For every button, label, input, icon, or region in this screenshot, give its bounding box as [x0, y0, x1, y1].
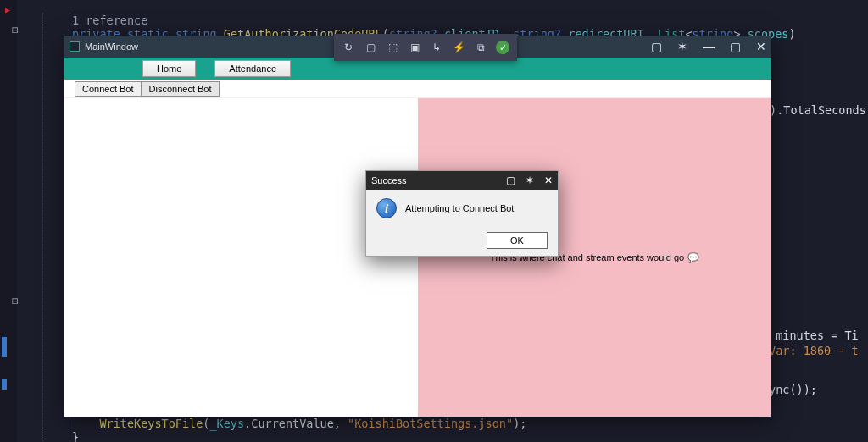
chat-icon: 💬 [687, 252, 699, 263]
pin-icon[interactable]: ✶ [677, 40, 687, 53]
dialog-title: Success [371, 175, 407, 185]
fold-toggle[interactable]: ⊟ [12, 295, 19, 308]
app-title-icon[interactable]: ▢ [651, 40, 662, 53]
debug-toolbar[interactable]: ↻ ▢ ⬚ ▣ ↳ ⚡ ⧉ ✓ [334, 34, 517, 61]
connect-bot-button[interactable]: Connect Bot [75, 81, 142, 97]
close-icon[interactable]: ✕ [756, 40, 766, 53]
ok-button[interactable]: OK [487, 232, 548, 249]
debug-cycle-icon[interactable]: ↻ [342, 41, 355, 54]
minimize-icon[interactable]: — [703, 40, 715, 53]
disconnect-bot-button[interactable]: Disconnect Bot [142, 81, 220, 97]
debug-camera-icon[interactable]: ▢ [364, 41, 377, 54]
dialog-message: Attempting to Connect Bot [405, 203, 514, 213]
dialog-window-icon[interactable]: ▢ [506, 174, 515, 186]
fold-toggle[interactable]: ⊟ [12, 24, 19, 37]
debug-link-icon[interactable]: ⧉ [474, 41, 487, 54]
message-dialog: Success ▢ ✶ ✕ i Attempting to Connect Bo… [365, 170, 559, 257]
info-icon: i [376, 198, 397, 218]
debug-select-icon[interactable]: ⬚ [386, 41, 399, 54]
maximize-icon[interactable]: ▢ [730, 40, 741, 53]
code-line: WriteKeysToFile(_Keys.CurrentValue, "Koi… [24, 417, 526, 430]
left-panel [64, 98, 418, 417]
editor-gutter: ▶ ⊟ ⊟ [0, 0, 17, 442]
code-frag: Var: 1860 - t [769, 344, 859, 357]
debug-step-icon[interactable]: ↳ [430, 41, 443, 54]
debug-ok-icon[interactable]: ✓ [496, 41, 509, 54]
close-icon[interactable]: ✕ [544, 174, 553, 186]
right-panel: This is where chat and stream events wou… [418, 98, 771, 417]
debug-hot-reload-icon[interactable]: ⚡ [452, 41, 465, 54]
app-title: MainWindow [85, 41, 138, 52]
debug-stop-icon[interactable]: ▣ [408, 41, 421, 54]
app-icon [70, 41, 80, 52]
app-sub-toolbar: Connect Bot Disconnect Bot [64, 80, 771, 98]
change-marker [2, 337, 7, 357]
codelens[interactable]: 1 reference [24, 14, 147, 27]
pin-icon[interactable]: ✶ [526, 174, 534, 186]
tab-home[interactable]: Home [142, 60, 196, 77]
code-frag: ).TotalSeconds [770, 103, 866, 117]
dialog-titlebar[interactable]: Success ▢ ✶ ✕ [366, 171, 558, 190]
code-line: } [24, 430, 79, 442]
change-marker [2, 379, 7, 390]
code-frag: ync()); [769, 383, 817, 396]
tab-attendance[interactable]: Attendance [214, 60, 291, 77]
breakpoint-marker[interactable]: ▶ [5, 3, 10, 17]
code-frag: minutes = Ti [769, 329, 859, 342]
